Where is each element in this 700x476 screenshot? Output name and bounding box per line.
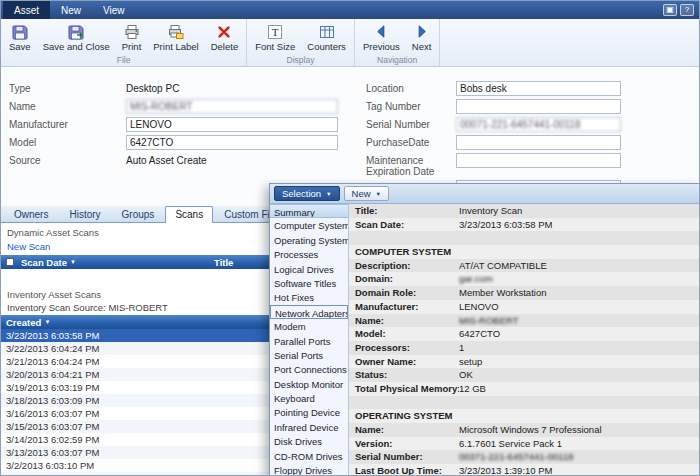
ribbon-tab-new[interactable]: New (50, 1, 92, 19)
detail-label (349, 231, 459, 245)
scan-category-item[interactable]: Processes (270, 247, 348, 261)
inventory-scan-source-label: Inventory Scan Source: (7, 302, 106, 313)
tab-scans[interactable]: Scans (165, 206, 213, 223)
delete-button[interactable]: Delete (205, 20, 244, 53)
sort-desc-icon: ▼ (44, 319, 50, 325)
detail-value: LENOVO (459, 300, 700, 314)
detail-label: Total Physical Memory: (349, 382, 459, 396)
detail-label: Description: (349, 259, 459, 273)
scan-category-item[interactable]: Network Adapters (270, 305, 348, 319)
created-column-header[interactable]: Created (6, 317, 41, 328)
detail-label: Name: (349, 314, 459, 328)
print-button[interactable]: Print (116, 20, 148, 53)
name-input[interactable]: MIS-ROBERT (126, 99, 338, 114)
group-label-display: Display (249, 55, 352, 66)
font-size-button[interactable]: T Font Size (249, 20, 301, 53)
previous-button[interactable]: Previous (357, 20, 406, 53)
field-name: Name MIS-ROBERT (9, 99, 354, 114)
detail-value: 6.1.7601 Service Pack 1 (459, 437, 700, 451)
detail-value: AT/AT COMPATIBLE (459, 259, 700, 273)
scan-category-item[interactable]: Serial Ports (270, 348, 348, 362)
model-label: Model (9, 135, 126, 148)
print-label-button[interactable]: Print Label (147, 20, 204, 53)
scan-viewer-popup: Selection ▼ New ▼ Summary Computer Syste… (269, 183, 700, 476)
asset-window: Asset New View ▣ ? Save Save an (0, 0, 700, 476)
appearance-icon[interactable]: ▣ (663, 4, 677, 16)
chevron-down-icon: ▼ (326, 191, 331, 197)
tab-owners[interactable]: Owners (4, 206, 58, 222)
new-label: New (352, 188, 371, 199)
source-value: Auto Asset Create (126, 153, 207, 166)
ribbon-tab-asset[interactable]: Asset (3, 1, 50, 19)
model-input[interactable]: 6427CTO (126, 135, 338, 150)
serial-number-input[interactable]: 00071-221-6457441-00118 (456, 117, 621, 132)
title-column-header[interactable]: Title (214, 257, 233, 268)
inventory-scan-source-value: MIS-ROBERT (108, 302, 167, 313)
field-type: Type Desktop PC (9, 81, 354, 96)
maintenance-expiration-label: Maintenance Expiration Date (366, 153, 456, 177)
scan-category-item[interactable]: CD-ROM Drives (270, 449, 348, 463)
detail-label: Version: (349, 437, 459, 451)
new-dropdown-button[interactable]: New ▼ (344, 186, 389, 201)
save-and-close-button[interactable]: Save and Close (37, 20, 116, 53)
ribbon-group-display: T Font Size Counters Display (247, 19, 355, 66)
scan-category-item[interactable]: Parallel Ports (270, 334, 348, 348)
select-all-checkbox[interactable] (6, 258, 14, 266)
next-icon (413, 23, 431, 40)
scan-summary-pane: Title: Inventory Scan Scan Date: 3/23/20… (349, 204, 700, 476)
detail-row: Description: AT/AT COMPATIBLE (349, 259, 700, 273)
scan-category-item[interactable]: Logical Drives (270, 262, 348, 276)
tag-number-input[interactable] (456, 99, 621, 114)
manufacturer-input[interactable]: LENOVO (126, 117, 338, 132)
scan-category-item[interactable]: Summary (270, 204, 348, 218)
help-icon[interactable]: ? (680, 4, 694, 16)
svg-text:T: T (272, 26, 279, 38)
ribbon-tab-view[interactable]: View (92, 1, 136, 19)
detail-label: COMPUTER SYSTEM (349, 245, 459, 259)
save-icon (11, 23, 29, 40)
detail-label: Serial Number: (349, 450, 459, 464)
detail-row: Status: OK (349, 368, 700, 382)
detail-value: 1 (459, 341, 700, 355)
scan-category-item[interactable]: Keyboard (270, 391, 348, 405)
counters-label: Counters (307, 41, 346, 52)
scan-category-item[interactable]: Floppy Drives (270, 463, 348, 476)
tab-history[interactable]: History (59, 206, 110, 222)
scan-category-item[interactable]: Computer System (270, 218, 348, 232)
detail-value (459, 396, 700, 410)
next-button[interactable]: Next (406, 20, 438, 53)
scan-category-item[interactable]: Hot Fixes (270, 290, 348, 304)
scan-category-item[interactable]: Disk Drives (270, 434, 348, 448)
purchase-date-input[interactable] (456, 135, 621, 150)
ribbon-tab-strip: Asset New View ▣ ? (1, 1, 699, 19)
scan-category-item[interactable]: Operating System (270, 233, 348, 247)
scan-category-item[interactable]: Desktop Monitor (270, 377, 348, 391)
detail-row: Name: Microsoft Windows 7 Professional (349, 423, 700, 437)
titlebar-icon-group: ▣ ? (663, 1, 699, 19)
maintenance-expiration-input[interactable] (456, 153, 621, 168)
new-scan-link[interactable]: New Scan (1, 239, 56, 255)
scan-category-item[interactable]: Pointing Device (270, 405, 348, 419)
save-and-close-label: Save and Close (43, 41, 110, 52)
field-purchase-date: PurchaseDate (366, 135, 666, 150)
tab-groups[interactable]: Groups (112, 206, 165, 222)
detail-row: Scan Date: 3/23/2013 6:03:58 PM (349, 218, 700, 232)
ribbon-group-file: Save Save and Close Print (1, 19, 247, 66)
scan-category-item[interactable]: Port Connections (270, 362, 348, 376)
selection-dropdown-button[interactable]: Selection ▼ (274, 186, 340, 201)
scan-category-item[interactable]: Software Titles (270, 276, 348, 290)
location-input[interactable]: Bobs desk (456, 81, 621, 96)
detail-row: Version: 6.1.7601 Service Pack 1 (349, 437, 700, 451)
counters-button[interactable]: Counters (301, 20, 352, 53)
detail-row: Last Boot Up Time: 3/23/2013 1:39:10 PM (349, 464, 700, 476)
detail-row: OPERATING SYSTEM (349, 409, 700, 423)
save-button[interactable]: Save (3, 20, 37, 53)
detail-value: 12 GB (459, 382, 700, 396)
scan-date-column-header[interactable]: Scan Date (21, 257, 67, 268)
scan-category-item[interactable]: Modem (270, 319, 348, 333)
detail-row: Total Physical Memory: 12 GB (349, 382, 700, 396)
detail-row: Model: 6427CTO (349, 327, 700, 341)
scan-category-item[interactable]: Infrared Device (270, 420, 348, 434)
field-model: Model 6427CTO (9, 135, 354, 150)
print-icon (123, 23, 141, 40)
